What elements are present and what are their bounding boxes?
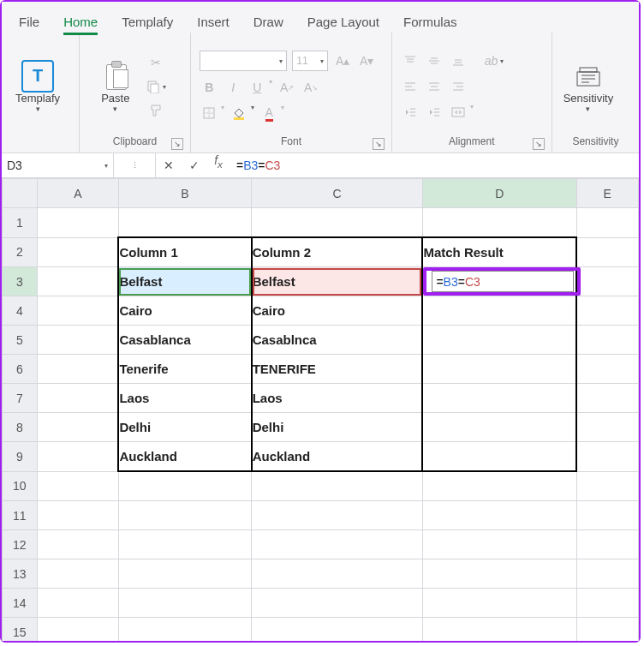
tab-page-layout[interactable]: Page Layout [295,11,391,33]
col-header-C[interactable]: C [252,179,423,208]
copy-button[interactable]: ▾ [146,77,166,96]
align-right-button[interactable] [449,77,468,96]
select-all-corner[interactable] [3,179,38,208]
paste-button[interactable]: Paste ▾ [86,57,145,117]
cell-B2[interactable]: Column 1 [118,237,251,267]
decrease-font-button[interactable]: A▾ [357,51,376,70]
cell-D2[interactable]: Match Result [422,237,576,267]
cut-button[interactable]: ✂ [146,53,166,72]
col-header-A[interactable]: A [37,179,118,208]
clipboard-launcher[interactable]: ↘ [171,138,183,150]
alignment-group-label: Alignment [449,135,494,147]
row-header-5[interactable]: 5 [3,326,38,355]
cell-D7[interactable] [422,384,576,413]
cell-C9[interactable]: Auckland [252,442,423,472]
align-right-icon [452,81,464,93]
cell-B4[interactable]: Cairo [118,296,251,326]
tab-file[interactable]: File [7,11,51,33]
row-header-15[interactable]: 15 [3,618,38,642]
row-header-12[interactable]: 12 [3,530,38,559]
cell-D5[interactable] [422,326,576,355]
cell-B9[interactable]: Auckland [118,442,251,472]
tab-insert[interactable]: Insert [185,11,242,33]
accept-edit-button[interactable]: ✓ [182,153,207,177]
decrease-font-size-button[interactable]: A↘ [301,78,320,97]
align-center-button[interactable] [425,77,444,96]
col-header-D[interactable]: D [422,179,576,208]
row-header-7[interactable]: 7 [3,384,38,413]
cell-B8[interactable]: Delhi [118,413,251,442]
decrease-indent-button[interactable] [401,103,420,122]
row-header-6[interactable]: 6 [3,355,38,384]
font-launcher[interactable]: ↘ [373,138,385,150]
cell-D6[interactable] [422,355,576,384]
tab-formulas[interactable]: Formulas [391,11,469,33]
cell-C8[interactable]: Delhi [252,413,423,442]
cell-B7[interactable]: Laos [118,384,251,413]
cell-D4[interactable] [422,296,576,326]
borders-icon [203,107,215,119]
cell-D3[interactable]: =B3=C3 [422,267,576,296]
spreadsheet-grid[interactable]: A B C D E 1 2 Column 1 Column 2 Match Re… [2,178,639,641]
row-header-3[interactable]: 3 [3,267,38,296]
format-painter-button[interactable] [146,101,166,120]
sensitivity-icon [575,63,601,89]
ribbon: T Templafy ▾ Paste ▾ ✂ ▾ [2,33,639,153]
cell-B3[interactable]: Belfast [118,267,251,296]
orientation-icon: ab [485,54,498,68]
formula-bar: D3▾ ⋮ ✕ ✓ fx =B3=C3 [2,153,639,178]
cancel-edit-button[interactable]: ✕ [156,153,182,177]
increase-font-size-button[interactable]: A↗ [277,78,296,97]
row-header-10[interactable]: 10 [3,471,38,501]
formula-input[interactable]: =B3=C3 [230,153,639,177]
font-name-select[interactable]: ▾ [200,51,287,71]
align-middle-button[interactable] [425,51,444,70]
row-header-1[interactable]: 1 [3,208,38,238]
cell-C2[interactable]: Column 2 [252,237,423,267]
tab-templafy[interactable]: Templafy [110,11,185,33]
col-header-E[interactable]: E [576,179,638,208]
underline-button[interactable]: U [247,78,266,97]
align-left-button[interactable] [401,77,420,96]
italic-button[interactable]: I [224,78,242,97]
merge-button[interactable] [449,103,468,122]
cell-C3[interactable]: Belfast [252,267,423,296]
sensitivity-group-label: Sensitivity [572,135,618,147]
alignment-launcher[interactable]: ↘ [533,138,545,150]
templafy-button[interactable]: T Templafy ▾ [9,57,67,117]
row-header-14[interactable]: 14 [3,589,38,618]
align-middle-icon [428,55,440,67]
row-header-9[interactable]: 9 [3,442,38,472]
increase-indent-button[interactable] [425,103,444,122]
tab-draw[interactable]: Draw [242,11,295,33]
col-header-B[interactable]: B [118,179,251,208]
check-icon: ✓ [189,159,200,172]
name-box-expand-icon[interactable]: ⋮ [131,161,139,170]
cell-D9[interactable] [422,442,576,472]
font-color-button[interactable]: A [259,104,278,123]
sensitivity-button[interactable]: Sensitivity ▾ [559,57,617,117]
cell-C7[interactable]: Laos [252,384,423,413]
align-bottom-button[interactable] [449,51,468,70]
cell-C6[interactable]: TENERIFE [252,355,423,384]
row-header-13[interactable]: 13 [3,559,38,589]
name-box[interactable]: D3▾ [2,153,114,177]
cell-C5[interactable]: Casablnca [252,326,423,355]
tab-home[interactable]: Home [51,11,110,33]
cell-D8[interactable] [422,413,576,442]
font-size-select[interactable]: 11▾ [292,51,328,71]
borders-button[interactable] [200,104,218,123]
bold-button[interactable]: B [200,78,218,97]
align-top-button[interactable] [401,51,420,70]
fill-color-button[interactable] [230,104,248,123]
fx-icon[interactable]: fx [207,153,230,177]
cell-B6[interactable]: Tenerife [118,355,251,384]
row-header-11[interactable]: 11 [3,501,38,530]
cell-C4[interactable]: Cairo [252,296,423,326]
row-header-2[interactable]: 2 [3,237,38,267]
cell-B5[interactable]: Casablanca [118,326,251,355]
row-header-4[interactable]: 4 [3,296,38,326]
orientation-button[interactable]: ab▾ [485,51,504,70]
row-header-8[interactable]: 8 [3,413,38,442]
increase-font-button[interactable]: A▴ [333,51,352,70]
